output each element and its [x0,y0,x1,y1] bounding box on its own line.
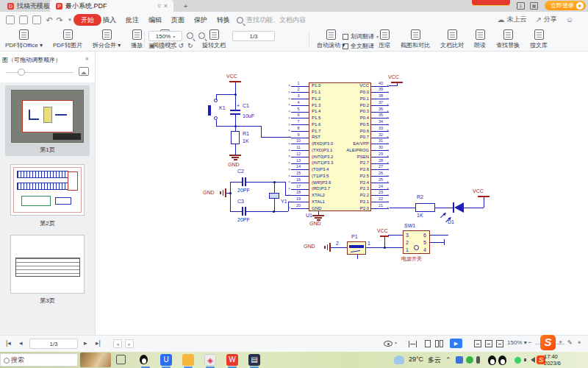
tray-qq-icon[interactable] [488,355,496,365]
tray-mic-icon[interactable] [476,356,480,364]
tab-pdf-doc[interactable]: P 最小系统.PDF ▿ × [50,0,173,12]
browser-icon[interactable]: U [160,354,172,366]
toolbar-btn2-3[interactable]: 朗读 [469,29,491,49]
speaker-icon[interactable] [531,357,535,363]
ref-c2: C2 [237,169,244,174]
zoom-in-icon[interactable] [187,32,193,39]
toolbar-btn2-2[interactable]: 文档比对 [435,29,469,49]
save-icon[interactable] [19,15,28,24]
double-page-icon-status[interactable] [435,340,439,347]
toolbar-btn2-4[interactable]: 查找替换 [491,29,525,49]
image-view-icon[interactable] [79,67,89,76]
dict-icon[interactable]: ▤ [248,354,260,366]
share-icon: ↗ [535,15,541,24]
menu-home[interactable]: 开始 [74,14,101,26]
toolbar-btn-2[interactable]: 拆分合并 ▾ [87,29,126,49]
toolbar-btn-0[interactable]: PDF转Office ▾ [0,29,48,49]
toolbar-full-translate[interactable]: 全文翻译 [343,42,374,50]
mic-icon[interactable]: ⌖ [578,339,581,347]
share-button[interactable]: ↗分享 [535,15,556,24]
double-page-icon-status[interactable] [440,340,443,347]
tab-template-doc[interactable]: D 找稿壳模板 [1,0,56,12]
tray-expand-icon[interactable]: ⌃ [445,356,451,364]
widgets-button[interactable] [80,353,111,367]
fit-width-icon-status[interactable] [485,340,492,347]
app-icon[interactable]: ◈ [204,354,216,366]
prev-page-button-status[interactable]: ◂ [19,339,23,347]
view-forward-button[interactable]: ▸ [125,339,134,348]
pdf-page-canvas[interactable]: VCC VCC VCC VCC GND GND GND GND K1 + C1 … [96,52,588,335]
rotate-left-icon[interactable]: ↺ [179,42,184,49]
last-page-button[interactable]: ▸| [96,339,101,347]
promo-badge[interactable] [472,0,510,6]
tray-green-icon[interactable] [514,357,521,364]
split-window-icon[interactable]: 1 [517,2,525,10]
eye-caret-icon[interactable]: ▾ [395,340,397,345]
weather-desc[interactable]: 多云 [428,355,441,365]
redo-icon[interactable]: ↷ [55,15,64,24]
battery-plate [349,245,364,248]
pen-tool-icon[interactable]: ✎ [567,339,573,346]
taskbar-search-box[interactable]: 搜索 [0,353,78,367]
menu-page[interactable]: 页面 [167,14,189,26]
search-input[interactable]: 查找功能、文档内容 [237,15,306,25]
thumbnail-zoom-slider[interactable] [6,72,74,73]
first-page-button[interactable]: |◂ [6,339,11,347]
toolbar-rotate-doc[interactable]: 旋转文档 [197,29,231,49]
weather-icon[interactable] [394,355,404,364]
page-thumbnail-3[interactable]: 第3页 [5,233,90,306]
fit-width-icon[interactable]: ▢ [159,42,165,49]
sogou-input-icon[interactable]: S [540,335,556,350]
new-tab-button[interactable]: ＋ [176,0,195,12]
play-button[interactable]: ▶ [450,339,462,348]
zoom-percent[interactable]: 150% ▾ [507,339,527,346]
open-file-icon[interactable] [6,15,15,24]
zoom-select[interactable]: 150%▾ [148,31,182,41]
tab-pin-icon[interactable]: ▿ [157,2,161,10]
page-thumbnail-1[interactable]: 第1页 [5,85,90,156]
clock[interactable]: 17:40 2023/6 [544,353,587,367]
menu-edit[interactable]: 编辑 [144,14,166,26]
fit-page-icon-status[interactable] [474,340,481,347]
qq-icon[interactable] [140,355,148,364]
page-number-box[interactable]: 1/3 [232,31,275,41]
fit-height-icon[interactable]: ▢ [168,42,175,49]
eye-protect-icon[interactable] [384,341,392,347]
tab-close-icon[interactable]: × [164,2,168,10]
rotate-right-icon[interactable]: ↻ [187,42,193,49]
wps-icon[interactable]: W [226,354,238,366]
zoom-in-button[interactable]: + [559,339,562,346]
toolbar-btn2-0[interactable]: 压缩 [373,29,395,49]
ground-symbol [232,157,239,158]
zoom-out-button[interactable]: − [528,339,531,346]
tray-qq-icon[interactable] [498,355,506,365]
print-icon[interactable] [32,15,41,24]
task-view-icon[interactable] [116,355,126,364]
cloud-sync-button[interactable]: ☁未上云 [497,15,526,24]
menu-insert[interactable]: 插入 [98,14,121,26]
fit-height-icon-status[interactable] [496,340,503,347]
menu-convert[interactable]: 转换 [212,14,234,26]
toolbar-btn-1[interactable]: PDF转图片 [48,29,87,49]
toolbar-btn2-5[interactable]: 搜文库 [525,29,553,49]
continuous-read-icon[interactable] [409,341,417,347]
tray-app-icon[interactable] [456,356,463,364]
toolbar-btn2-1[interactable]: 截图和对比 [395,29,435,49]
status-page-box[interactable]: 1/3 [29,339,78,349]
fit-page-icon[interactable]: ▣ [148,42,155,49]
menu-comment[interactable]: 批注 [121,14,143,26]
feedback-icon[interactable]: ☺ [566,15,573,24]
tray-app-icon[interactable] [466,356,473,364]
panel-close-icon[interactable]: × [85,55,89,63]
single-page-icon-status[interactable] [425,340,431,347]
folder-icon[interactable] [182,354,194,366]
weather-temp[interactable]: 29°C [409,355,423,363]
next-page-button-status[interactable]: ▸ [84,339,87,347]
undo-icon[interactable]: ↶ [45,15,54,24]
view-back-button[interactable]: ◂ [113,339,122,348]
page-thumbnail-2[interactable]: 第2页 [5,162,90,230]
apps-grid-icon[interactable]: ▦ [530,2,538,10]
login-button[interactable]: 立即登录 ☻ [545,1,586,10]
menu-protect[interactable]: 保护 [190,14,212,26]
slider-handle[interactable] [18,68,25,76]
